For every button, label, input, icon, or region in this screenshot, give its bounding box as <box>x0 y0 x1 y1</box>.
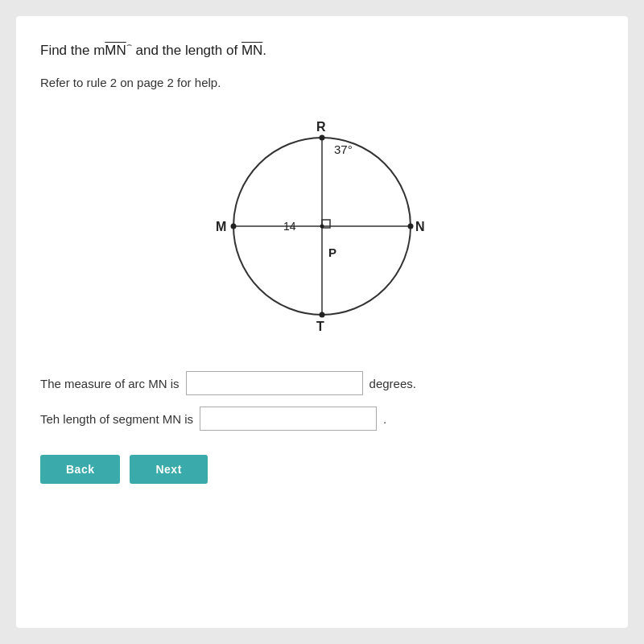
arc-measure-suffix: degrees. <box>369 377 416 390</box>
segment-length-input[interactable] <box>200 407 377 431</box>
arc-notation: MN⌢ <box>105 40 131 60</box>
svg-text:37°: 37° <box>334 142 353 156</box>
svg-text:P: P <box>328 246 336 259</box>
next-button[interactable]: Next <box>130 455 207 484</box>
svg-text:M: M <box>216 220 226 233</box>
main-card: Find the mMN⌢ and the length of MN. Refe… <box>16 16 628 628</box>
diagram-container: R M N T P 37° 14 <box>40 114 604 339</box>
arc-measure-row: The measure of arc MN is degrees. <box>40 371 604 395</box>
segment-length-row: Teh length of segment MN is . <box>40 407 604 431</box>
subtitle: Refer to rule 2 on page 2 for help. <box>40 76 604 89</box>
segment-label: MN <box>242 43 262 58</box>
arc-measure-input[interactable] <box>186 371 363 395</box>
segment-length-label: Teh length of segment MN is <box>40 412 193 426</box>
svg-text:T: T <box>316 320 324 333</box>
back-button[interactable]: Back <box>40 455 120 484</box>
svg-point-4 <box>320 135 325 141</box>
segment-length-suffix: . <box>383 412 386 426</box>
arc-measure-label: The measure of arc MN is <box>40 377 180 390</box>
svg-point-6 <box>408 224 414 229</box>
svg-point-5 <box>231 224 237 229</box>
problem-title: Find the mMN⌢ and the length of MN. <box>40 40 604 60</box>
circle-diagram: R M N T P 37° 14 <box>209 114 435 339</box>
svg-point-8 <box>320 225 324 229</box>
svg-text:14: 14 <box>283 220 296 233</box>
button-row: Back Next <box>40 455 604 484</box>
arc-symbol: ⌢ <box>126 39 132 51</box>
svg-text:N: N <box>415 220 425 233</box>
svg-text:R: R <box>316 120 326 134</box>
svg-point-7 <box>320 312 325 318</box>
